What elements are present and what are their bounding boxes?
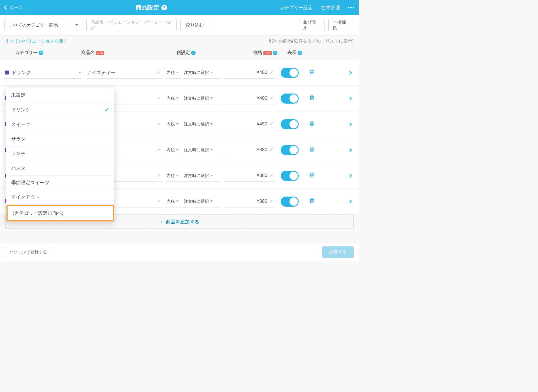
nav-stock-management[interactable]: 在庫管理 xyxy=(321,4,340,11)
chevron-down-icon xyxy=(78,72,81,73)
back-button[interactable]: ホーム xyxy=(4,5,23,11)
tax-timing-select[interactable]: 注文時に選択 xyxy=(183,144,220,156)
category-filter-label: すべてのカテゴリー商品 xyxy=(9,22,58,28)
tax-timing-select[interactable]: 注文時に選択 xyxy=(183,196,220,207)
help-icon[interactable]: ? xyxy=(39,51,43,55)
open-all-variations-link[interactable]: すべてのバリエーションを開く xyxy=(5,38,68,44)
price-cell[interactable]: ¥400 xyxy=(225,93,275,104)
filter-button[interactable]: 絞り込む xyxy=(180,19,209,31)
trash-icon[interactable] xyxy=(309,95,315,102)
price-text: ¥400 xyxy=(257,95,267,101)
nav-category-settings[interactable]: カテゴリー設定 xyxy=(280,4,313,11)
tax-timing-select[interactable]: 注文時に選択 xyxy=(183,118,220,130)
save-button[interactable]: 保存する xyxy=(322,246,354,258)
expand-cell xyxy=(319,123,354,126)
trash-icon[interactable] xyxy=(309,172,315,180)
price-cell[interactable]: ¥380 xyxy=(225,196,275,207)
tax-timing-select[interactable]: 注文時に選択 xyxy=(183,67,220,79)
display-toggle[interactable] xyxy=(281,68,299,78)
bulk-edit-button[interactable]: 一括編集 xyxy=(328,19,354,31)
footer: パソコンで登録する 保存する xyxy=(0,243,359,261)
help-icon[interactable]: ? xyxy=(273,51,277,55)
expand-cell xyxy=(319,174,354,177)
tax-type-select[interactable]: 内税 xyxy=(165,118,181,130)
chevron-right-icon[interactable] xyxy=(348,148,352,152)
add-product-label: 商品を追加する xyxy=(166,219,199,225)
search-input[interactable]: 商品名・バリエーション・バーコードなど xyxy=(86,19,177,31)
pencil-icon xyxy=(157,148,161,152)
pencil-icon xyxy=(157,173,161,178)
header-nav: カテゴリー設定 在庫管理 xyxy=(280,4,354,11)
price-text: ¥450 xyxy=(257,70,267,75)
help-icon[interactable]: ? xyxy=(191,51,196,55)
category-dropdown: 未設定ドリンク✓スイーツサラダランチパスタ季節限定スイーツテイクアウト(カテゴリ… xyxy=(6,88,114,222)
dropdown-item[interactable]: ランチ xyxy=(6,146,114,161)
col-name: 商品名必須 xyxy=(81,50,163,56)
tax-cell: 内税 注文時に選択 xyxy=(163,118,230,130)
trash-icon[interactable] xyxy=(309,69,315,77)
dropdown-item[interactable]: 未設定 xyxy=(6,88,114,102)
category-filter-select[interactable]: すべてのカテゴリー商品 xyxy=(4,19,82,31)
tax-timing-text: 注文時に選択 xyxy=(184,96,209,101)
tax-timing-text: 注文時に選択 xyxy=(184,147,209,153)
tax-type-text: 内税 xyxy=(166,199,175,204)
pencil-icon xyxy=(270,96,273,101)
tax-type-text: 内税 xyxy=(166,147,175,153)
delete-cell xyxy=(304,146,319,154)
sort-button[interactable]: 並び替え xyxy=(299,19,324,31)
price-cell[interactable]: ¥450 xyxy=(225,67,275,79)
chevron-down-icon xyxy=(176,72,179,73)
tax-timing-select[interactable]: 注文時に選択 xyxy=(183,170,220,182)
tax-type-select[interactable]: 内税 xyxy=(165,67,181,79)
chevron-down-icon xyxy=(210,123,213,125)
dropdown-item[interactable]: 季節限定スイーツ xyxy=(6,176,114,190)
register-on-pc-button[interactable]: パソコンで登録する xyxy=(5,247,51,257)
dropdown-item[interactable]: サラダ xyxy=(6,132,114,146)
tax-cell: 内税 注文時に選択 xyxy=(163,196,230,207)
dropdown-item[interactable]: スイーツ xyxy=(6,117,114,132)
dropdown-item[interactable]: ドリンク✓ xyxy=(6,102,114,117)
tax-type-select[interactable]: 内税 xyxy=(165,144,181,156)
table-header: カテゴリー? 商品名必須 税設定? 価格必須? 表示? xyxy=(0,47,359,60)
subbar: すべてのバリエーションを開く 65件の商品(61件をタイル・リストに表示) xyxy=(0,36,359,47)
tax-timing-select[interactable]: 注文時に選択 xyxy=(183,93,220,104)
dropdown-item[interactable]: (カテゴリー設定画面へ) xyxy=(6,205,114,221)
dropdown-item[interactable]: パスタ xyxy=(6,161,114,176)
tax-timing-text: 注文時に選択 xyxy=(184,173,209,178)
pencil-icon xyxy=(157,199,161,204)
dropdown-item-label: ドリンク xyxy=(11,107,30,113)
more-icon[interactable] xyxy=(348,7,354,8)
tax-type-select[interactable]: 内税 xyxy=(165,170,181,182)
price-cell[interactable]: ¥380 xyxy=(225,144,275,156)
chevron-right-icon[interactable] xyxy=(348,96,352,100)
price-cell[interactable]: ¥450 xyxy=(225,118,275,130)
tax-type-select[interactable]: 内税 xyxy=(165,93,181,104)
dropdown-item-label: (カテゴリー設定画面へ) xyxy=(13,210,63,216)
chevron-right-icon[interactable] xyxy=(348,71,352,74)
pencil-icon xyxy=(270,70,273,75)
trash-icon[interactable] xyxy=(309,146,315,154)
help-icon[interactable]: ? xyxy=(161,5,167,10)
display-toggle[interactable] xyxy=(281,171,299,181)
product-name-cell[interactable]: アイスティー xyxy=(87,67,163,79)
display-toggle[interactable] xyxy=(281,94,299,104)
expand-cell xyxy=(319,71,354,74)
dropdown-item[interactable]: テイクアウト xyxy=(6,190,114,205)
price-cell[interactable]: ¥380 xyxy=(225,170,275,182)
help-icon[interactable]: ? xyxy=(298,51,302,55)
dropdown-item-label: ランチ xyxy=(11,150,25,157)
trash-icon[interactable] xyxy=(309,198,315,206)
expand-cell xyxy=(319,97,354,100)
display-toggle[interactable] xyxy=(281,145,299,155)
chevron-right-icon[interactable] xyxy=(348,199,352,203)
display-toggle[interactable] xyxy=(281,197,299,207)
tax-type-select[interactable]: 内税 xyxy=(165,196,181,207)
display-toggle[interactable] xyxy=(281,119,299,129)
category-cell[interactable]: ドリンク xyxy=(5,67,81,79)
category-text: ドリンク xyxy=(12,69,76,76)
chevron-right-icon[interactable] xyxy=(348,174,352,178)
trash-icon[interactable] xyxy=(309,120,315,128)
chevron-right-icon[interactable] xyxy=(348,122,352,126)
tax-cell: 内税 注文時に選択 xyxy=(163,93,230,104)
delete-cell xyxy=(304,95,319,102)
